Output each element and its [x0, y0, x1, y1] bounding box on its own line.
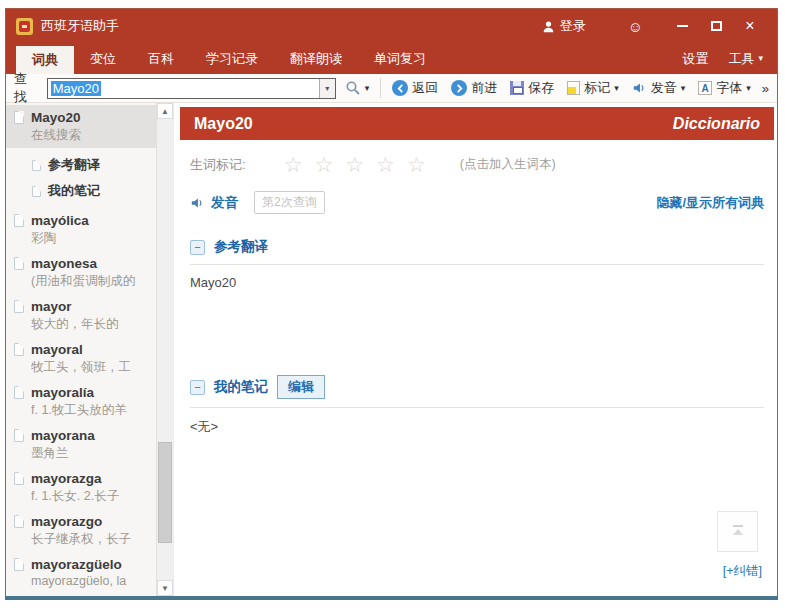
word-subtitle: 长子继承权，长子	[31, 531, 154, 548]
toolbar-separator	[380, 78, 381, 98]
login-button[interactable]: 登录	[542, 17, 586, 35]
collapse-button[interactable]: −	[190, 380, 205, 395]
minimize-button[interactable]	[665, 14, 699, 38]
up-arrow-icon	[729, 524, 747, 539]
edit-button[interactable]: 编辑	[277, 375, 325, 399]
scrollbar-thumb[interactable]	[158, 442, 172, 543]
word-label: mayorana	[31, 428, 95, 443]
list-item[interactable]: mayorazgo 长子继承权，长子	[6, 509, 156, 552]
word-subtitle: 墨角兰	[31, 445, 154, 462]
list-item[interactable]: mayoralía f. 1.牧工头放的羊	[6, 380, 156, 423]
scroll-up-button[interactable]: ▲	[157, 103, 173, 119]
word-subtitle: 在线搜索	[31, 127, 154, 144]
star-icon[interactable]: ☆	[376, 154, 395, 175]
main-area: Mayo20 在线搜索 参考翻译 我的笔记 mayólica 彩陶 mayone…	[6, 103, 777, 596]
star-icon[interactable]: ☆	[314, 154, 333, 175]
doc-icon	[14, 429, 24, 442]
word-label: Mayo20	[31, 110, 81, 125]
save-button[interactable]: 保存	[506, 77, 558, 99]
maximize-button[interactable]	[699, 14, 733, 38]
tab-word-review[interactable]: 单词复习	[358, 43, 442, 74]
doc-icon	[14, 515, 24, 528]
settings-button[interactable]: 设置	[682, 50, 708, 68]
forward-icon	[451, 80, 467, 96]
close-button[interactable]: ×	[733, 14, 767, 38]
section-body: Mayo20	[190, 275, 764, 329]
app-window: 西班牙语助手 登录 ☺ × 词典 变位 百科 学习记录 翻译朗读 单词复习 设置…	[5, 8, 778, 600]
doc-icon	[14, 257, 24, 270]
list-item[interactable]: mayor 较大的，年长的	[6, 294, 156, 337]
list-item-child[interactable]: 我的笔记	[32, 182, 156, 200]
forward-button[interactable]: 前进	[447, 77, 501, 99]
back-icon	[392, 80, 408, 96]
font-button[interactable]: A 字体 ▾	[694, 77, 755, 99]
collapse-button[interactable]: −	[190, 240, 205, 255]
correction-link[interactable]: [+纠错]	[723, 563, 762, 580]
list-item-child[interactable]: 参考翻译	[32, 156, 156, 174]
magnifier-icon	[345, 80, 361, 96]
scroll-down-button[interactable]: ▼	[157, 580, 173, 596]
list-item[interactable]: mayorazgüelo mayorazgüelo, la	[6, 552, 156, 592]
child-label: 我的笔记	[48, 182, 100, 200]
tab-conjugation[interactable]: 变位	[74, 43, 132, 74]
toggle-dictionaries-link[interactable]: 隐藏/显示所有词典	[656, 194, 764, 212]
star-rating: ☆ ☆ ☆ ☆ ☆	[284, 154, 426, 175]
word-subtitle: mayorazgüelo, la	[31, 574, 154, 588]
app-title: 西班牙语助手	[41, 17, 119, 35]
list-item[interactable]: mayorana 墨角兰	[6, 423, 156, 466]
search-input[interactable]: Mayo20	[48, 81, 319, 96]
child-label: 参考翻译	[48, 156, 100, 174]
star-hint: (点击加入生词本)	[460, 156, 556, 173]
star-rating-label: 生词标记:	[190, 156, 246, 174]
scrollbar-track[interactable]	[157, 119, 173, 580]
floppy-icon	[510, 81, 524, 95]
tools-label: 工具	[728, 50, 754, 68]
back-to-top-button[interactable]	[717, 511, 758, 552]
search-button[interactable]: ▾	[341, 78, 374, 98]
tools-button[interactable]: 工具 ▾	[728, 50, 763, 68]
content-body: 生词标记: ☆ ☆ ☆ ☆ ☆ (点击加入生词本) 发音 第2次查询 隐藏/显示…	[180, 140, 774, 596]
smiley-icon[interactable]: ☺	[628, 19, 643, 34]
tab-translation-reading[interactable]: 翻译朗读	[274, 43, 358, 74]
section-title: 我的笔记	[214, 378, 268, 396]
star-icon[interactable]: ☆	[345, 154, 364, 175]
query-count-button[interactable]: 第2次查询	[254, 191, 325, 214]
list-item[interactable]: mayoral 牧工头，领班，工	[6, 337, 156, 380]
tab-encyclopedia[interactable]: 百科	[132, 43, 190, 74]
pronounce-button[interactable]: 发音 ▾	[628, 77, 690, 99]
word-subtitle: 牧工头，领班，工	[31, 359, 154, 376]
section-reference-translation: − 参考翻译 Mayo20	[190, 238, 764, 329]
back-button[interactable]: 返回	[388, 77, 442, 99]
list-item[interactable]: Mayo20 在线搜索	[6, 105, 156, 148]
toolbar-overflow-button[interactable]: »	[760, 81, 771, 96]
page-title: Mayo20	[194, 115, 253, 133]
search-combobox: Mayo20 ▾	[47, 78, 336, 99]
list-item[interactable]: mayorazga f. 1.长女. 2.长子	[6, 466, 156, 509]
word-label: mayoral	[31, 342, 83, 357]
list-item[interactable]: mayonesa (用油和蛋调制成的	[6, 251, 156, 294]
chevron-down-icon: ▾	[614, 84, 619, 93]
mark-button[interactable]: 标记 ▾	[563, 77, 623, 99]
list-item[interactable]: mayólica 彩陶	[6, 208, 156, 251]
section-my-notes: − 我的笔记 编辑 <无>	[190, 375, 764, 472]
dictionary-name: Diccionario	[673, 115, 760, 133]
search-input-value: Mayo20	[51, 81, 101, 96]
tab-study-record[interactable]: 学习记录	[190, 43, 274, 74]
word-label: mayorazgo	[31, 514, 102, 529]
find-label: 查找	[14, 70, 39, 106]
chevron-down-icon: ▾	[758, 54, 763, 63]
sidebar-scrollbar: ▲ ▼	[156, 103, 173, 596]
word-subtitle: (用油和蛋调制成的	[31, 273, 154, 290]
star-icon[interactable]: ☆	[284, 154, 303, 175]
star-icon[interactable]: ☆	[407, 154, 426, 175]
save-label: 保存	[528, 79, 554, 97]
mark-label: 标记	[584, 79, 610, 97]
content-pane: Mayo20 Diccionario 生词标记: ☆ ☆ ☆ ☆ ☆ (点击加入…	[174, 103, 777, 596]
search-dropdown-button[interactable]: ▾	[319, 79, 335, 98]
pronounce-link[interactable]: 发音	[211, 194, 238, 212]
forward-label: 前进	[471, 79, 497, 97]
word-subtitle: f. 1.长女. 2.长子	[31, 488, 154, 505]
doc-icon	[32, 160, 41, 171]
titlebar: 西班牙语助手 登录 ☺ ×	[6, 9, 777, 43]
doc-icon	[14, 343, 24, 356]
